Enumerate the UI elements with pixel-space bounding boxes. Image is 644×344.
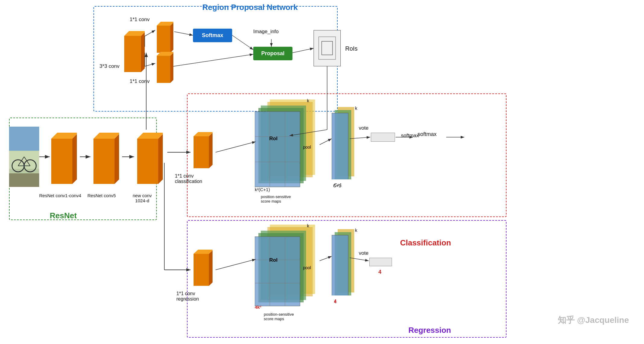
class-pool-label: pool — [303, 145, 311, 150]
svg-marker-14 — [115, 133, 119, 184]
class-k2-c1-label: k²(C+1) — [255, 187, 270, 192]
watermark: 知乎 @Jacqueline — [558, 314, 629, 326]
new-conv-label: new conv1024-d — [133, 193, 152, 203]
reg-1x1-conv-block — [190, 247, 213, 292]
reg-k-top: k — [307, 223, 309, 228]
class-conv-label: 1*1 convclassification — [175, 173, 202, 184]
reg-4-right: 4 — [334, 298, 336, 303]
reg-roi-label: RoI — [269, 257, 277, 263]
rpn-3x3-conv-block — [121, 29, 145, 77]
reg-vote-box — [369, 258, 392, 266]
rpn-label: Region Proposal Network — [202, 3, 298, 12]
rpn-bottom-1x1-block — [154, 50, 173, 89]
svg-marker-22 — [157, 22, 173, 26]
new-conv-block — [133, 130, 163, 190]
rpn-3x3-label: 3*3 conv — [99, 63, 119, 69]
class-c1-right: C+1 — [334, 182, 342, 187]
class-k-right: k — [355, 106, 358, 111]
svg-marker-11 — [72, 133, 77, 184]
class-roi-label: RoI — [269, 136, 277, 142]
resnet-conv5-label: ResNet conv5 — [87, 193, 116, 198]
rois-label: RoIs — [345, 45, 358, 52]
proposal-button[interactable]: Proposal — [253, 47, 292, 60]
resnet-conv1-4-label: ResNet conv1-conv4 — [39, 193, 81, 198]
svg-marker-20 — [141, 31, 145, 72]
svg-rect-8 — [9, 173, 39, 187]
svg-rect-68 — [332, 235, 348, 295]
rois-image — [314, 30, 341, 66]
svg-marker-15 — [137, 139, 158, 184]
softmax-out-text: softmax — [418, 131, 437, 137]
rpn-bottom-1x1-label: 1*1 conv — [130, 78, 150, 84]
svg-marker-35 — [209, 250, 213, 286]
reg-pool-label: pool — [303, 265, 311, 270]
svg-marker-12 — [93, 139, 115, 184]
svg-marker-33 — [194, 254, 209, 286]
class-softmax-out-label: softmax — [401, 133, 419, 139]
regression-label: Regression — [408, 326, 451, 335]
svg-rect-57 — [255, 237, 300, 306]
svg-marker-30 — [194, 136, 209, 168]
reg-score-maps: RoI pool — [255, 225, 321, 310]
input-image — [9, 127, 39, 187]
class-1x1-conv-block — [190, 130, 213, 175]
rpn-top-1x1-label: 1*1 conv — [130, 17, 150, 23]
class-result-block: k C+1 — [332, 107, 356, 181]
resnet-label: ResNet — [50, 211, 77, 220]
reg-result-block: k 4 — [332, 229, 356, 297]
reg-vote-label: vote — [359, 250, 368, 256]
svg-marker-26 — [170, 52, 173, 83]
svg-marker-16 — [137, 133, 163, 139]
svg-marker-18 — [124, 36, 141, 72]
svg-marker-10 — [51, 133, 77, 139]
class-score-maps: RoI pool — [255, 99, 321, 191]
svg-marker-13 — [93, 133, 119, 139]
svg-marker-24 — [157, 56, 170, 83]
svg-rect-7 — [9, 127, 39, 151]
reg-score-maps-text: position-sensitivescore maps — [264, 312, 294, 321]
softmax-button[interactable]: Softmax — [193, 29, 232, 42]
reg-4k2-label: 4k² — [255, 305, 261, 310]
svg-rect-40 — [255, 112, 300, 187]
image-info-label: Image_info — [253, 29, 279, 35]
class-score-maps-label: position-sensitivescore maps — [261, 194, 291, 204]
svg-rect-27 — [314, 31, 340, 66]
svg-marker-9 — [51, 139, 72, 184]
class-vote-label: vote — [359, 125, 368, 131]
svg-marker-32 — [209, 132, 213, 168]
svg-marker-21 — [157, 26, 170, 53]
svg-marker-25 — [157, 52, 173, 56]
reg-conv-label: 1*1 convregression — [176, 291, 199, 302]
svg-marker-17 — [158, 133, 163, 184]
svg-rect-51 — [332, 113, 348, 179]
reg-k-right: k — [355, 228, 358, 233]
svg-marker-19 — [124, 31, 145, 36]
class-vote-box — [371, 133, 395, 142]
resnet-conv1-4-block — [47, 130, 77, 190]
reg-vote-4-label: 4 — [378, 269, 381, 275]
diagram-container: Region Proposal Network ResNet Classific… — [0, 0, 644, 344]
class-k-top: k — [307, 98, 309, 103]
classification-label: Classification — [400, 238, 451, 248]
svg-marker-23 — [170, 22, 173, 53]
resnet-conv5-block — [89, 130, 119, 190]
